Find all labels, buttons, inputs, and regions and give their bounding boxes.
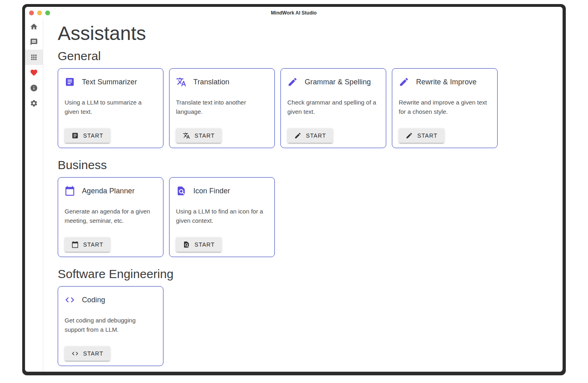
start-button-translation[interactable]: START (176, 128, 222, 143)
card-header: Agenda Planner (65, 186, 157, 196)
find-page-icon (176, 186, 186, 196)
sidebar-item-home[interactable] (25, 19, 43, 34)
start-button-text-summarizer[interactable]: START (65, 128, 110, 143)
info-icon (30, 84, 38, 92)
home-icon (30, 23, 38, 31)
card-description: Using a LLM to find an icon for a given … (176, 207, 268, 225)
minimize-button[interactable] (37, 10, 42, 15)
card-title: Grammar & Spelling (305, 78, 371, 86)
page-title: Assistants (58, 24, 553, 43)
card-rewrite-improve: Rewrite & Improve Rewrite and improve a … (392, 68, 498, 148)
start-button-coding[interactable]: START (65, 346, 110, 361)
card-header: Coding (65, 295, 157, 305)
pencil-icon (287, 77, 298, 87)
card-grammar-spelling: Grammar & Spelling Check grammar and spe… (280, 68, 386, 148)
code-icon (71, 350, 79, 357)
start-button-rewrite-improve[interactable]: START (399, 128, 444, 143)
sidebar-item-settings[interactable] (25, 96, 43, 111)
start-button-label: START (83, 350, 103, 357)
translate-icon (176, 77, 186, 87)
traffic-lights (29, 7, 50, 19)
find-page-icon (183, 241, 190, 248)
article-icon (71, 132, 79, 139)
card-description: Check grammar and spelling of a given te… (287, 98, 379, 116)
start-button-label: START (417, 132, 437, 139)
titlebar: MindWork AI Studio (25, 7, 563, 19)
start-button-label: START (306, 132, 326, 139)
start-button-label: START (83, 241, 103, 248)
card-description: Rewrite and improve a given text for a c… (399, 98, 491, 116)
card-description: Translate text into another language. (176, 98, 268, 116)
card-header: Rewrite & Improve (399, 77, 491, 87)
card-title: Coding (82, 296, 105, 304)
app-window: MindWork AI Studio (25, 7, 563, 372)
start-button-grammar-spelling[interactable]: START (287, 128, 333, 143)
card-translation: Translation Translate text into another … (169, 68, 275, 148)
card-description: Get coding and debugging support from a … (65, 316, 157, 334)
pencil-icon (294, 132, 301, 139)
translate-icon (183, 132, 190, 139)
pencil-icon (406, 132, 413, 139)
start-button-label: START (195, 241, 215, 248)
card-row-business: Agenda Planner Generate an agenda for a … (58, 177, 553, 257)
card-header: Text Summarizer (65, 77, 157, 87)
sidebar-item-about[interactable] (25, 80, 43, 96)
card-title: Agenda Planner (82, 187, 135, 195)
card-title: Text Summarizer (82, 78, 137, 86)
card-description: Generate an agenda for a given meeting, … (65, 207, 157, 225)
card-coding: Coding Get coding and debugging support … (58, 286, 163, 366)
sidebar-item-favorites[interactable] (25, 65, 43, 80)
apps-grid-icon (30, 53, 38, 61)
section-title-general: General (58, 49, 553, 63)
section-title-software-engineering: Software Engineering (58, 267, 553, 281)
card-header: Grammar & Spelling (287, 77, 379, 87)
card-icon-finder: Icon Finder Using a LLM to find an icon … (169, 177, 275, 257)
start-button-label: START (195, 132, 215, 139)
pencil-icon (399, 77, 409, 87)
gear-icon (30, 99, 38, 107)
calendar-icon (65, 186, 75, 196)
heart-icon (30, 69, 38, 77)
section-title-business: Business (58, 158, 553, 172)
calendar-icon (71, 241, 79, 248)
main-content: Assistants General Text Summarizer Using… (43, 19, 563, 372)
card-row-software-engineering: Coding Get coding and debugging support … (58, 286, 553, 366)
start-button-agenda-planner[interactable]: START (65, 237, 110, 252)
card-header: Translation (176, 77, 268, 87)
app-window-frame: MindWork AI Studio (22, 4, 566, 375)
card-row-general: Text Summarizer Using a LLM to summarize… (58, 68, 553, 148)
fullscreen-button[interactable] (45, 10, 50, 15)
window-title: MindWork AI Studio (25, 7, 563, 19)
start-button-icon-finder[interactable]: START (176, 237, 222, 252)
card-header: Icon Finder (176, 186, 268, 196)
card-title: Translation (193, 78, 229, 86)
card-agenda-planner: Agenda Planner Generate an agenda for a … (58, 177, 163, 257)
sidebar-item-assistants[interactable] (25, 50, 43, 65)
chat-icon (30, 38, 38, 46)
close-button[interactable] (29, 10, 34, 15)
start-button-label: START (83, 132, 103, 139)
card-title: Icon Finder (193, 187, 230, 195)
article-icon (65, 77, 75, 87)
card-text-summarizer: Text Summarizer Using a LLM to summarize… (58, 68, 163, 148)
card-title: Rewrite & Improve (416, 78, 477, 86)
sidebar (25, 19, 43, 372)
sidebar-item-chat[interactable] (25, 34, 43, 50)
code-icon (65, 295, 75, 305)
card-description: Using a LLM to summarize a given text. (65, 98, 157, 116)
